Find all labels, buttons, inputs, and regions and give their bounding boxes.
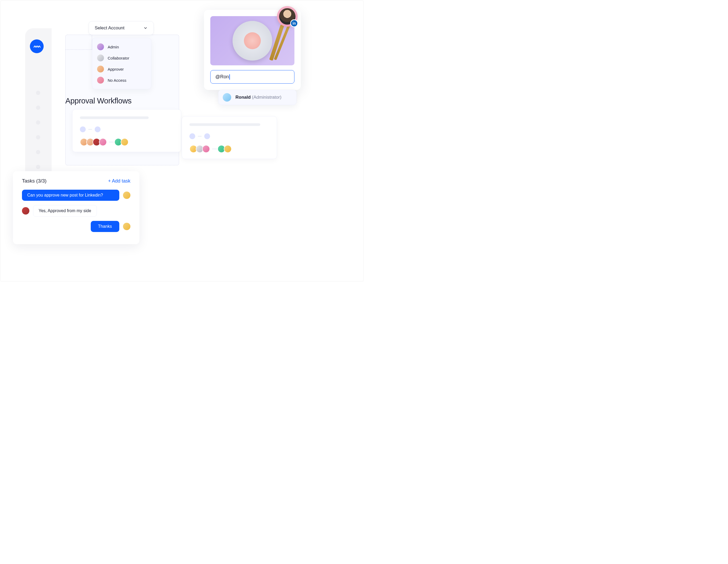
avatar — [99, 138, 107, 146]
step-dot — [189, 133, 195, 139]
workflow-card[interactable] — [72, 109, 181, 152]
role-option-admin[interactable]: Admin — [96, 41, 147, 52]
app-frame: Select Account Admin Collaborator Approv… — [1, 1, 363, 281]
avatar — [202, 145, 210, 153]
placeholder-bar — [189, 123, 260, 126]
tasks-header: Tasks (3/3) + Add task — [22, 178, 130, 184]
avatar — [97, 77, 104, 84]
sidebar-item[interactable] — [36, 91, 40, 95]
sidebar-item[interactable] — [36, 150, 40, 154]
mention-suggestion[interactable]: Ronald (Administrator) — [218, 90, 297, 105]
group-sep — [212, 149, 217, 149]
sidebar-item[interactable] — [36, 165, 40, 169]
select-account-dropdown[interactable]: Select Account — [89, 21, 154, 35]
avatar — [97, 43, 104, 50]
workflow-card[interactable] — [182, 116, 277, 159]
section-title: Approval Workflows — [65, 97, 131, 105]
placeholder-slot — [66, 35, 92, 50]
task-message-in: Yes, Approved from my side — [22, 205, 130, 217]
avatar — [97, 54, 104, 61]
sidebar-item[interactable] — [36, 120, 40, 125]
suggestion-role: (Administrator) — [252, 95, 281, 100]
avatar — [223, 93, 231, 102]
roles-popover: Admin Collaborator Approver No Access — [92, 38, 151, 89]
step-dot — [204, 133, 210, 139]
role-label: Approver — [108, 67, 124, 71]
role-label: Collaborator — [108, 56, 129, 60]
text-cursor — [229, 74, 230, 80]
mention-input[interactable]: @Ron — [210, 70, 294, 84]
chevron-down-icon — [143, 26, 148, 30]
suggestion-name: Ronald — [235, 95, 251, 100]
role-label: No Access — [108, 78, 126, 83]
group-sep — [109, 142, 114, 142]
image-plate — [233, 21, 272, 61]
role-label: Admin — [108, 45, 119, 49]
sidebar-item[interactable] — [36, 106, 40, 110]
tasks-title: Tasks (3/3) — [22, 178, 47, 184]
step-sep — [88, 129, 92, 130]
sidebar-item[interactable] — [36, 135, 40, 139]
sidebar-nav — [36, 91, 40, 169]
approver-row — [80, 138, 174, 146]
avatar — [121, 138, 129, 146]
message-bubble: Thanks — [91, 221, 119, 232]
author-avatar[interactable]: in — [277, 6, 298, 27]
task-message-out: Can you approve new post for Linkedin? — [22, 190, 130, 201]
logo-icon — [33, 43, 40, 50]
avatar — [123, 192, 130, 199]
step-indicator — [189, 133, 269, 139]
avatar — [22, 207, 29, 215]
linkedin-badge-icon: in — [290, 19, 298, 27]
step-sep — [198, 136, 202, 137]
select-label: Select Account — [95, 25, 124, 31]
message-bubble: Yes, Approved from my side — [33, 205, 97, 217]
mention-value: @Ron — [215, 74, 229, 79]
step-indicator — [80, 126, 174, 132]
tasks-panel: Tasks (3/3) + Add task Can you approve n… — [13, 171, 139, 244]
avatar — [123, 223, 130, 230]
step-dot — [95, 126, 101, 132]
avatar — [97, 66, 104, 72]
avatar — [224, 145, 232, 153]
task-message-out: Thanks — [22, 221, 130, 232]
approver-row — [189, 145, 269, 153]
role-option-no-access[interactable]: No Access — [96, 75, 147, 86]
role-option-approver[interactable]: Approver — [96, 63, 147, 75]
add-task-button[interactable]: + Add task — [108, 178, 130, 184]
step-dot — [80, 126, 86, 132]
app-logo[interactable] — [30, 39, 44, 53]
suggestion-text: Ronald (Administrator) — [235, 95, 281, 100]
role-option-collaborator[interactable]: Collaborator — [96, 52, 147, 63]
message-bubble: Can you approve new post for Linkedin? — [22, 190, 119, 201]
placeholder-bar — [80, 116, 149, 119]
